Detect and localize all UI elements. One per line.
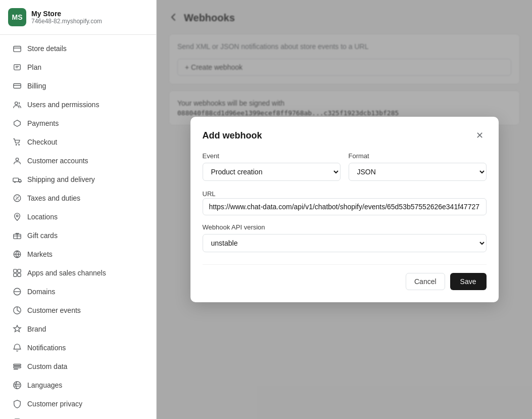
sidebar-item-customer-events[interactable]: Customer events — [4, 301, 152, 319]
cancel-button[interactable]: Cancel — [406, 273, 445, 290]
sidebar-item-shipping[interactable]: Shipping and delivery — [4, 170, 152, 189]
store-info: My Store 746e48-82.myshopify.com — [31, 10, 102, 25]
sidebar-item-store-details[interactable]: Store details — [4, 39, 152, 58]
markets-icon — [12, 249, 22, 259]
api-version-label: Webhook API version — [203, 223, 487, 231]
nav-list: Store details Plan Billing Users and per… — [0, 35, 156, 419]
gift-cards-icon — [12, 230, 22, 241]
modal-title: Add webhook — [203, 130, 262, 141]
svg-point-5 — [18, 144, 20, 146]
url-input[interactable] — [203, 198, 487, 215]
save-button[interactable]: Save — [450, 273, 487, 290]
url-label: URL — [203, 190, 216, 198]
svg-rect-1 — [14, 65, 21, 70]
sidebar: MS My Store 746e48-82.myshopify.com Stor… — [0, 0, 157, 419]
sidebar-item-apps[interactable]: Apps and sales channels — [4, 264, 152, 282]
sidebar-item-customer-accounts[interactable]: Customer accounts — [4, 152, 152, 170]
sidebar-item-payments[interactable]: Payments — [4, 114, 152, 132]
event-format-row: Event Product creation Order creation Or… — [203, 152, 487, 181]
sidebar-item-customer-privacy-label: Customer privacy — [27, 400, 82, 408]
sidebar-item-taxes[interactable]: Taxes and duties — [4, 189, 152, 207]
sidebar-item-customer-accounts-label: Customer accounts — [27, 157, 88, 165]
sidebar-item-markets-label: Markets — [27, 250, 53, 258]
svg-rect-7 — [13, 178, 19, 181]
svg-rect-14 — [14, 269, 17, 272]
api-version-select[interactable]: unstable 2024-01 2023-10 2023-07 — [203, 234, 487, 252]
format-group: Format JSON XML — [349, 152, 487, 181]
svg-rect-17 — [18, 273, 21, 276]
sidebar-item-domains[interactable]: Domains — [4, 283, 152, 301]
languages-icon — [12, 380, 22, 390]
svg-point-8 — [14, 181, 16, 183]
sidebar-item-custom-data[interactable]: Custom data — [4, 357, 152, 376]
custom-data-icon — [12, 361, 22, 371]
svg-point-6 — [16, 158, 18, 161]
sidebar-item-custom-data-label: Custom data — [27, 362, 67, 370]
svg-point-4 — [16, 144, 17, 146]
sidebar-item-markets[interactable]: Markets — [4, 245, 152, 263]
sidebar-item-checkout[interactable]: Checkout — [4, 133, 152, 151]
apps-icon — [12, 268, 22, 278]
sidebar-item-gift-cards[interactable]: Gift cards — [4, 226, 152, 245]
notifications-icon — [12, 343, 22, 353]
event-select[interactable]: Product creation Order creation Order up… — [203, 163, 341, 181]
sidebar-item-gift-cards-label: Gift cards — [27, 231, 58, 240]
sidebar-item-users[interactable]: Users and permissions — [4, 96, 152, 114]
svg-rect-2 — [14, 84, 21, 88]
modal-overlay: Add webhook ✕ Event Product creation Ord… — [157, 0, 532, 419]
locations-icon — [12, 212, 22, 222]
sidebar-item-checkout-label: Checkout — [27, 138, 57, 146]
plan-icon — [12, 62, 22, 72]
main-content: Webhooks Send XML or JSON notifications … — [157, 0, 532, 419]
checkout-icon — [12, 137, 22, 147]
domains-icon — [12, 287, 22, 297]
svg-rect-0 — [14, 46, 21, 52]
brand-icon — [12, 324, 22, 334]
taxes-icon — [12, 193, 22, 203]
sidebar-item-languages[interactable]: Languages — [4, 376, 152, 394]
svg-rect-21 — [14, 369, 18, 370]
svg-rect-19 — [14, 364, 21, 366]
sidebar-item-taxes-label: Taxes and duties — [27, 194, 80, 202]
sidebar-item-payments-label: Payments — [27, 119, 59, 127]
sidebar-item-billing[interactable]: Billing — [4, 77, 152, 95]
sidebar-item-apps-label: Apps and sales channels — [27, 269, 106, 277]
store-name: My Store — [31, 10, 102, 18]
sidebar-item-shipping-label: Shipping and delivery — [27, 175, 95, 183]
sidebar-item-customer-events-label: Customer events — [27, 306, 81, 314]
api-version-group: Webhook API version unstable 2024-01 202… — [203, 223, 487, 252]
url-group: URL — [203, 189, 487, 215]
add-webhook-modal: Add webhook ✕ Event Product creation Ord… — [190, 117, 499, 302]
event-label: Event — [203, 152, 341, 160]
payments-icon — [12, 118, 22, 128]
users-icon — [12, 100, 22, 110]
sidebar-item-policies[interactable]: Policies — [4, 413, 152, 419]
sidebar-item-customer-privacy[interactable]: Customer privacy — [4, 395, 152, 413]
sidebar-item-plan[interactable]: Plan — [4, 58, 152, 76]
svg-rect-15 — [18, 269, 21, 272]
modal-footer: Cancel Save — [203, 264, 487, 290]
sidebar-item-notifications-label: Notifications — [27, 344, 66, 352]
modal-header: Add webhook ✕ — [203, 129, 487, 142]
sidebar-item-locations[interactable]: Locations — [4, 208, 152, 226]
format-select[interactable]: JSON XML — [349, 163, 487, 181]
shipping-icon — [12, 174, 22, 184]
sidebar-item-notifications[interactable]: Notifications — [4, 339, 152, 357]
sidebar-item-billing-label: Billing — [27, 82, 46, 90]
sidebar-item-store-details-label: Store details — [27, 44, 67, 53]
store-domain: 746e48-82.myshopify.com — [31, 18, 102, 25]
customer-events-icon — [12, 305, 22, 315]
customer-privacy-icon — [12, 399, 22, 409]
sidebar-item-users-label: Users and permissions — [27, 101, 99, 109]
sidebar-item-brand[interactable]: Brand — [4, 320, 152, 338]
format-label: Format — [349, 152, 487, 160]
sidebar-item-languages-label: Languages — [27, 381, 62, 389]
svg-point-3 — [15, 102, 18, 105]
billing-icon — [12, 81, 22, 91]
store-header[interactable]: MS My Store 746e48-82.myshopify.com — [0, 0, 156, 35]
modal-close-button[interactable]: ✕ — [473, 129, 487, 142]
customer-accounts-icon — [12, 156, 22, 166]
sidebar-item-plan-label: Plan — [27, 63, 41, 71]
svg-rect-16 — [14, 273, 17, 276]
store-icon — [12, 43, 22, 54]
